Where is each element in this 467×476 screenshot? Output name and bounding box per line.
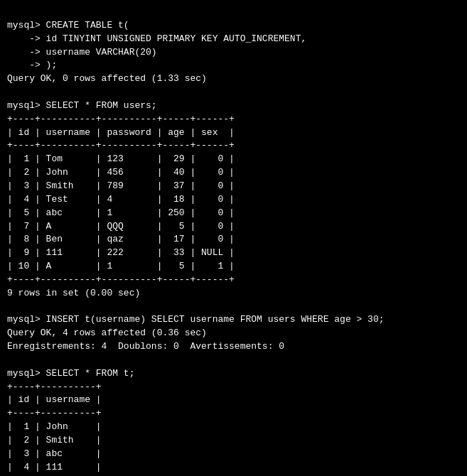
terminal-line: | id | username | password | age | sex | [7,126,460,140]
terminal-line: | 2 | Smith | [7,434,460,448]
terminal-line: | id | username | [7,394,460,407]
terminal-line: | 4 | 111 | [7,461,460,475]
terminal-line: 9 rows in set (0.00 sec) [7,287,460,301]
terminal-line: mysql> SELECT * FROM users; [7,99,460,113]
terminal-line: mysql> CREATE TABLE t( [7,19,460,33]
terminal-line: | 4 | Test | 4 | 18 | 0 | [7,193,460,207]
terminal-line: | 7 | A | QQQ | 5 | 0 | [7,220,460,234]
terminal-line: -> ); [7,59,460,72]
terminal-line: | 1 | John | [7,421,460,434]
terminal-line: mysql> INSERT t(username) SELECT usernam… [7,313,460,327]
terminal-line: | 1 | Tom | 123 | 29 | 0 | [7,153,460,166]
terminal-line: | 2 | John | 456 | 40 | 0 | [7,166,460,180]
terminal-line [7,301,460,314]
terminal-line: +----+----------+----------+-----+------… [7,139,460,153]
terminal-line: -> username VARCHAR(20) [7,46,460,60]
terminal-line: +----+----------+ [7,381,460,394]
terminal-line: +----+----------+----------+-----+------… [7,113,460,126]
terminal-line: +----+----------+----------+-----+------… [7,274,460,287]
terminal-line: +----+----------+ [7,407,460,421]
terminal-line [7,86,460,99]
terminal-line: | 9 | 111 | 222 | 33 | NULL | [7,247,460,260]
terminal-line: | 8 | Ben | qaz | 17 | 0 | [7,233,460,247]
terminal-line: Query OK, 0 rows affected (1.33 sec) [7,72,460,86]
terminal-line: | 5 | abc | 1 | 250 | 0 | [7,207,460,220]
terminal-line: -> id TINYINT UNSIGNED PRIMARY KEY AUTO_… [7,33,460,46]
terminal-line: | 10 | A | 1 | 5 | 1 | [7,260,460,274]
terminal-line [7,354,460,367]
terminal-output: mysql> CREATE TABLE t( -> id TINYINT UNS… [7,6,460,476]
terminal-line: Query OK, 4 rows affected (0.36 sec) [7,327,460,340]
terminal-line: | 3 | Smith | 789 | 37 | 0 | [7,180,460,193]
terminal-line: | 3 | abc | [7,448,460,461]
terminal-line: Enregistrements: 4 Doublons: 0 Avertisse… [7,340,460,354]
terminal-line: mysql> SELECT * FROM t; [7,367,460,381]
